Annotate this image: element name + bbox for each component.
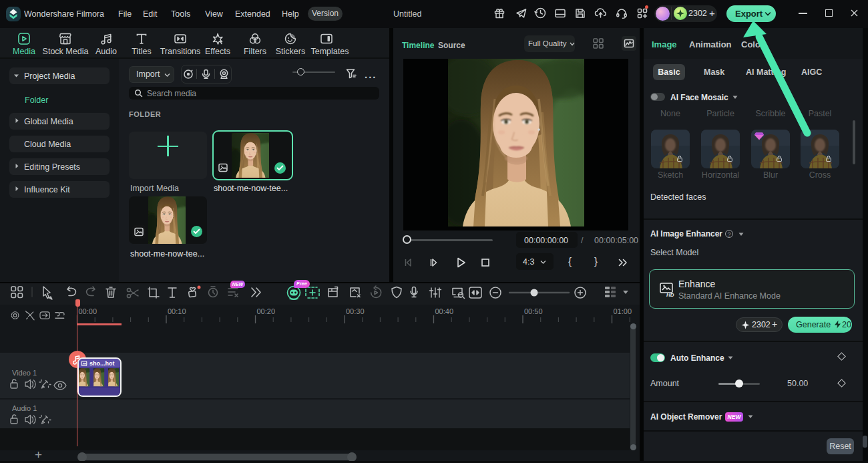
svg-text:00:10: 00:10 — [168, 307, 186, 315]
svg-text:00:40: 00:40 — [435, 307, 454, 315]
svg-text:01:00: 01:00 — [614, 307, 632, 315]
svg-text:00:50: 00:50 — [524, 307, 543, 315]
svg-text:00:20: 00:20 — [257, 307, 276, 315]
svg-text:00:30: 00:30 — [346, 307, 365, 315]
svg-text:HD: HD — [666, 292, 674, 298]
svg-text:00:00: 00:00 — [79, 307, 97, 315]
